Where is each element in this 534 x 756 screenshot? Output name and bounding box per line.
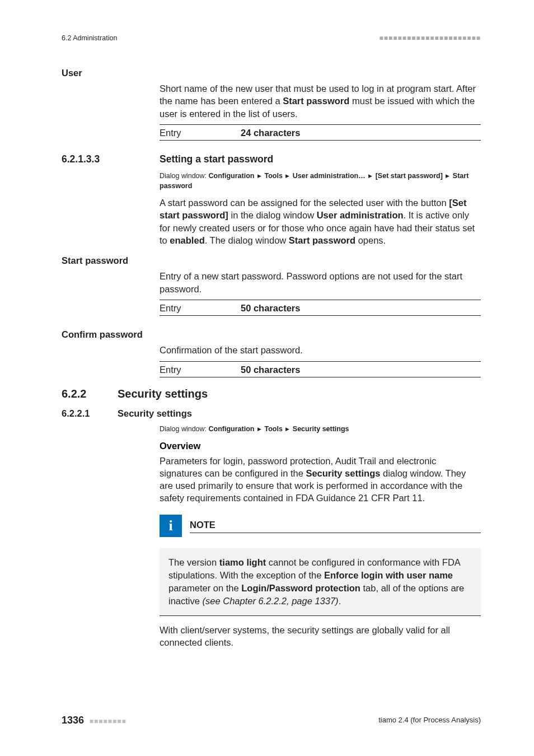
dialog-path-security: Dialog window: Configuration ▶ Tools ▶ S… [160,424,481,434]
triangle-icon: ▶ [284,173,291,179]
heading-6-2-2: 6.2.2 Security settings [62,386,481,402]
overview-heading: Overview [160,440,481,452]
start-password-entry-row: Entry 50 characters [160,300,481,316]
info-icon: i [160,515,182,537]
field-label-start-password: Start password [62,254,481,267]
header-section: 6.2 Administration [62,34,117,43]
start-password-block: Entry of a new start password. Password … [160,270,481,316]
triangle-icon: ▶ [256,426,263,432]
footer-decoration: ■■■■■■■■ [90,717,127,725]
entry-value: 50 characters [241,363,300,376]
note-title-wrap: NOTE [190,519,481,533]
note-title: NOTE [190,519,481,533]
page-number: 1336 [62,715,84,726]
heading-title: Security settings [118,386,208,402]
start-password-para: Entry of a new start password. Password … [160,270,481,295]
note-header: i NOTE [160,515,481,537]
note-body: The version tiamo light cannot be config… [160,548,481,616]
sec-6-2-1-3-3-body: Dialog window: Configuration ▶ Tools ▶ U… [160,171,481,246]
heading-6-2-2-1: 6.2.2.1 Security settings [62,407,481,419]
heading-title: Setting a start password [160,153,273,166]
running-header: 6.2 Administration ■■■■■■■■■■■■■■■■■■■■■… [62,34,481,43]
note-box: i NOTE The version tiamo light cannot be… [160,515,481,616]
triangle-icon: ▶ [444,173,451,179]
user-entry-row: Entry 24 characters [160,124,481,141]
triangle-icon: ▶ [367,173,373,179]
footer-right: tiamo 2.4 (for Process Analysis) [378,715,481,725]
confirm-password-entry-row: Entry 50 characters [160,361,481,377]
heading-number: 6.2.2.1 [62,407,118,419]
user-description: Short name of the new user that must be … [160,82,481,120]
confirm-password-para: Confirmation of the start password. [160,344,481,356]
field-label-user: User [62,67,481,79]
field-label-confirm-password: Confirm password [62,328,481,340]
dialog-path: Dialog window: Configuration ▶ Tools ▶ U… [160,171,481,191]
triangle-icon: ▶ [284,426,291,432]
footer-left: 1336 ■■■■■■■■ [62,713,127,727]
entry-label: Entry [160,363,241,376]
entry-label: Entry [160,127,241,139]
confirm-password-block: Confirmation of the start password. Entr… [160,344,481,377]
closing-para: With client/server systems, the security… [160,624,481,649]
header-decoration: ■■■■■■■■■■■■■■■■■■■■■■ [380,34,481,43]
entry-label: Entry [160,302,241,314]
heading-number: 6.2.2 [62,386,118,402]
sec-6-2-2-1-body: Dialog window: Configuration ▶ Tools ▶ S… [160,424,481,648]
triangle-icon: ▶ [256,173,263,179]
start-password-description: A start password can be assigned for the… [160,197,481,246]
entry-value: 24 characters [241,127,300,139]
heading-6-2-1-3-3: 6.2.1.3.3 Setting a start password [62,153,481,166]
entry-value: 50 characters [241,302,300,314]
heading-number: 6.2.1.3.3 [62,153,160,166]
overview-para: Parameters for login, password protectio… [160,455,481,505]
note-text: The version tiamo light cannot be config… [168,556,472,608]
user-block: Short name of the new user that must be … [160,82,481,141]
heading-title: Security settings [118,407,192,419]
page-footer: 1336 ■■■■■■■■ tiamo 2.4 (for Process Ana… [62,713,481,727]
